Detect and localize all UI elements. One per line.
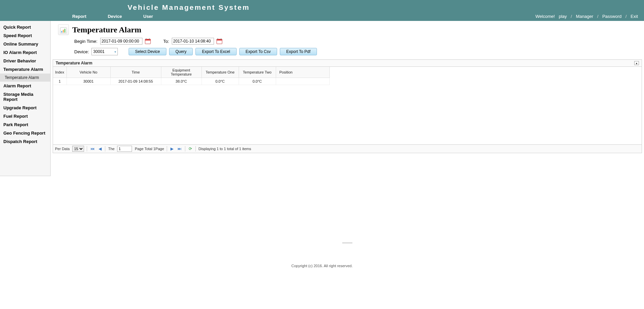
sidebar-item-geo-fencing-report[interactable]: Geo Fencing Report xyxy=(0,129,50,137)
sidebar: Quick Report Speed Report Online Summary… xyxy=(0,21,51,176)
welcome-label: Welcome! xyxy=(534,14,556,19)
prev-page-icon[interactable]: ◀ xyxy=(98,146,102,151)
svg-rect-11 xyxy=(221,38,221,40)
col-temp-two[interactable]: Temperature Two xyxy=(239,67,276,78)
col-position[interactable]: Position xyxy=(276,67,330,78)
begin-time-label: Begin Time: xyxy=(74,39,98,44)
svg-rect-6 xyxy=(146,38,146,40)
divider xyxy=(105,146,105,151)
col-time[interactable]: Time xyxy=(110,67,161,78)
table-row[interactable]: 1 30001 2017-01-09 14:08:55 38.0°C 0.0°C… xyxy=(53,78,330,85)
calendar-icon[interactable] xyxy=(144,38,151,45)
separator: / xyxy=(624,14,628,19)
table-header-row: Index Vehicle No Time Equipment Temperat… xyxy=(53,67,330,78)
page-title: Temperature Alarm xyxy=(72,25,141,34)
svg-rect-1 xyxy=(61,31,62,33)
col-index[interactable]: Index xyxy=(53,67,66,78)
col-vehicle-no[interactable]: Vehicle No xyxy=(66,67,110,78)
the-label: The xyxy=(108,147,114,151)
chevron-down-icon: ▾ xyxy=(114,50,116,54)
divider xyxy=(87,146,87,151)
begin-time-input[interactable] xyxy=(100,38,142,45)
cell-vehicle-no: 30001 xyxy=(66,78,110,85)
export-csv-button[interactable]: Export To Csv xyxy=(239,48,277,55)
app-header: Vehicle Management System Report Device … xyxy=(0,0,644,21)
sidebar-item-online-summary[interactable]: Online Summary xyxy=(0,40,50,48)
separator: / xyxy=(569,14,573,19)
device-select[interactable]: 30001 ▾ xyxy=(91,48,118,55)
grid-panel: Temperature Alarm ▴ Index Vehicle No Tim… xyxy=(53,59,642,153)
sidebar-item-speed-report[interactable]: Speed Report xyxy=(0,31,50,40)
sidebar-item-fuel-report[interactable]: Fuel Report xyxy=(0,112,50,120)
svg-rect-10 xyxy=(217,38,218,40)
manager-link[interactable]: Manager xyxy=(574,14,594,19)
main-content: Temperature Alarm Begin Time: To: Device… xyxy=(51,21,644,244)
divider xyxy=(167,146,167,151)
to-time-input[interactable] xyxy=(172,38,214,45)
sidebar-item-dispatch-report[interactable]: Dispatch Report xyxy=(0,137,50,146)
page-input[interactable] xyxy=(117,146,132,152)
device-label: Device: xyxy=(74,49,89,54)
sidebar-item-quick-report[interactable]: Quick Report xyxy=(0,23,50,31)
sidebar-item-upgrade-report[interactable]: Upgrade Report xyxy=(0,104,50,112)
page-total-label: Page Total 1Page xyxy=(135,147,164,151)
collapse-icon[interactable]: ▴ xyxy=(634,61,639,65)
svg-rect-7 xyxy=(149,38,150,40)
last-page-icon[interactable]: ⏭ xyxy=(177,146,182,151)
separator: / xyxy=(596,14,600,19)
sidebar-subitem-temperature-alarm[interactable]: Temperature Alarm xyxy=(0,74,50,82)
select-device-button[interactable]: Select Device xyxy=(129,48,166,55)
sidebar-item-park-report[interactable]: Park Report xyxy=(0,120,50,129)
top-nav-user[interactable]: User xyxy=(143,14,153,19)
sidebar-item-io-alarm-report[interactable]: IO Alarm Report xyxy=(0,48,50,57)
displaying-label: Displaying 1 to 1 total of 1 items xyxy=(198,147,251,151)
col-temp-one[interactable]: Temperature One xyxy=(202,67,239,78)
sidebar-item-alarm-report[interactable]: Alarm Report xyxy=(0,82,50,90)
user-bar: Welcome! play / Manager / Password / Exi… xyxy=(534,14,639,19)
col-eq-temp[interactable]: Equipment Temperature xyxy=(161,67,202,78)
data-table: Index Vehicle No Time Equipment Temperat… xyxy=(53,67,330,85)
first-page-icon[interactable]: ⏮ xyxy=(90,146,95,151)
sidebar-item-driver-behavior[interactable]: Driver Behavior xyxy=(0,57,50,65)
to-label: To: xyxy=(163,39,169,44)
svg-rect-3 xyxy=(64,29,65,32)
pager: Per Data 15 ⏮ ◀ The Page Total 1Page ▶ ⏭… xyxy=(53,144,642,153)
calendar-icon[interactable] xyxy=(216,38,223,45)
username: play xyxy=(557,14,568,19)
divider xyxy=(195,146,196,151)
exit-link[interactable]: Exit xyxy=(629,14,639,19)
per-data-label: Per Data xyxy=(55,147,70,151)
cell-t2: 0.0°C xyxy=(239,78,276,85)
export-excel-button[interactable]: Export To Excel xyxy=(195,48,236,55)
top-nav-report[interactable]: Report xyxy=(72,14,86,19)
per-data-select[interactable]: 15 xyxy=(72,146,84,152)
device-select-value: 30001 xyxy=(93,49,104,54)
export-pdf-button[interactable]: Export To Pdf xyxy=(280,48,317,55)
password-link[interactable]: Password xyxy=(601,14,623,19)
top-nav: Report Device User xyxy=(72,14,173,19)
cell-eq-temp: 38.0°C xyxy=(161,78,202,85)
grid-title: Temperature Alarm xyxy=(56,61,92,65)
cell-time: 2017-01-09 14:08:55 xyxy=(110,78,161,85)
app-title: Vehicle Management System xyxy=(128,3,250,11)
footer: Copyright (c) 2016. All right reserved. xyxy=(0,244,644,268)
sidebar-item-storage-media-report[interactable]: Storage Media Report xyxy=(0,90,50,104)
refresh-icon[interactable]: ⟳ xyxy=(188,146,193,151)
next-page-icon[interactable]: ▶ xyxy=(170,146,174,151)
top-nav-device[interactable]: Device xyxy=(108,14,122,19)
cell-index: 1 xyxy=(53,78,66,85)
divider xyxy=(185,146,185,151)
svg-rect-2 xyxy=(63,30,64,32)
splitter-handle[interactable] xyxy=(342,242,352,244)
sidebar-item-temperature-alarm[interactable]: Temperature Alarm xyxy=(0,65,50,74)
cell-position xyxy=(276,78,330,85)
report-icon xyxy=(58,24,69,35)
cell-t1: 0.0°C xyxy=(202,78,239,85)
query-button[interactable]: Query xyxy=(169,48,193,55)
